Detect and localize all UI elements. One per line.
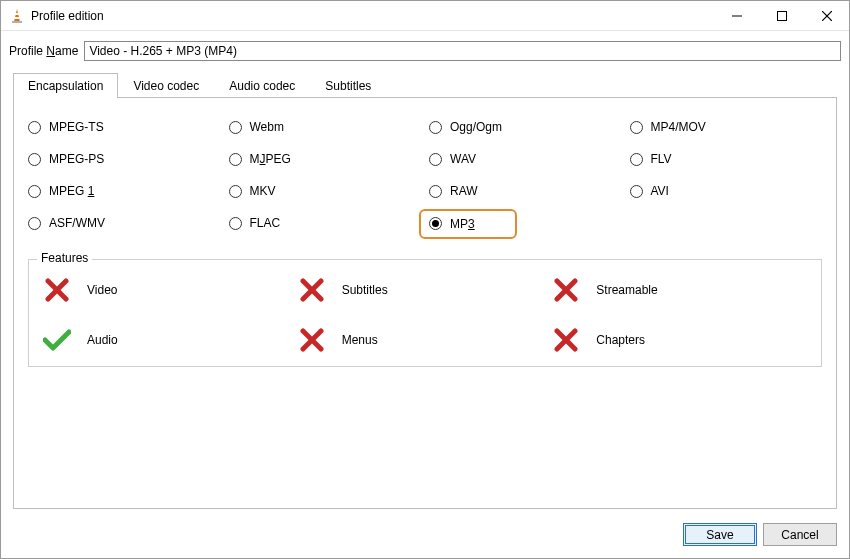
close-icon <box>822 11 832 21</box>
radio-indicator-icon <box>429 185 442 198</box>
radio-indicator-icon <box>630 185 643 198</box>
cancel-button[interactable]: Cancel <box>763 523 837 546</box>
radio-indicator-icon <box>229 121 242 134</box>
radio-label: MPEG-PS <box>49 152 104 166</box>
cross-icon <box>298 328 326 352</box>
tab-audio-codec[interactable]: Audio codec <box>214 73 310 98</box>
vlc-cone-icon <box>9 8 25 24</box>
profile-name-label: Profile Name <box>9 44 78 58</box>
radio-label: MJPEG <box>250 152 291 166</box>
svg-rect-1 <box>12 21 22 23</box>
cross-icon <box>552 328 580 352</box>
radio-indicator-icon <box>429 217 442 230</box>
radio-indicator-icon <box>28 217 41 230</box>
window-title: Profile edition <box>31 9 104 23</box>
minimize-button[interactable] <box>714 1 759 31</box>
radio-label: Ogg/Ogm <box>450 120 502 134</box>
svg-rect-2 <box>15 13 19 15</box>
titlebar: Profile edition <box>1 1 849 31</box>
tab-subtitles[interactable]: Subtitles <box>310 73 386 98</box>
radio-indicator-icon <box>429 153 442 166</box>
feature-label: Streamable <box>596 283 657 297</box>
encapsulation-radio-grid: MPEG-TSWebmOgg/OgmMP4/MOVMPEG-PSMJPEGWAV… <box>28 120 822 237</box>
maximize-icon <box>777 11 787 21</box>
feature-label: Chapters <box>596 333 645 347</box>
radio-indicator-icon <box>630 121 643 134</box>
radio-indicator-icon <box>229 153 242 166</box>
radio-indicator-icon <box>28 121 41 134</box>
minimize-icon <box>732 11 742 21</box>
feature-video: Video <box>43 278 298 302</box>
profile-name-input[interactable] <box>84 41 841 61</box>
cross-icon <box>43 278 71 302</box>
check-icon <box>43 328 71 352</box>
radio-label: MPEG 1 <box>49 184 94 198</box>
radio-webm[interactable]: Webm <box>229 120 422 134</box>
radio-mkv[interactable]: MKV <box>229 184 422 198</box>
radio-label: WAV <box>450 152 476 166</box>
radio-label: Webm <box>250 120 284 134</box>
dialog-buttons: Save Cancel <box>1 517 849 558</box>
radio-mpeg-1[interactable]: MPEG 1 <box>28 184 221 198</box>
svg-rect-5 <box>777 11 786 20</box>
cross-icon <box>552 278 580 302</box>
feature-menus: Menus <box>298 328 553 352</box>
radio-indicator-icon <box>28 153 41 166</box>
radio-mjpeg[interactable]: MJPEG <box>229 152 422 166</box>
radio-highlight: MP3 <box>419 209 517 239</box>
radio-wav[interactable]: WAV <box>429 152 622 166</box>
radio-indicator-icon <box>229 185 242 198</box>
maximize-button[interactable] <box>759 1 804 31</box>
save-button[interactable]: Save <box>683 523 757 546</box>
dialog-window: Profile edition Profile Name Encapsulati… <box>0 0 850 559</box>
radio-label: MP3 <box>450 217 475 231</box>
encapsulation-panel: MPEG-TSWebmOgg/OgmMP4/MOVMPEG-PSMJPEGWAV… <box>13 98 837 509</box>
feature-chapters: Chapters <box>552 328 807 352</box>
feature-label: Menus <box>342 333 378 347</box>
svg-rect-3 <box>14 17 19 19</box>
radio-mpeg-ps[interactable]: MPEG-PS <box>28 152 221 166</box>
profile-name-row: Profile Name <box>1 31 849 67</box>
radio-indicator-icon <box>630 153 643 166</box>
radio-mp4-mov[interactable]: MP4/MOV <box>630 120 823 134</box>
radio-indicator-icon <box>229 217 242 230</box>
radio-asf-wmv[interactable]: ASF/WMV <box>28 216 221 230</box>
close-button[interactable] <box>804 1 849 31</box>
tab-video-codec[interactable]: Video codec <box>118 73 214 98</box>
radio-label: RAW <box>450 184 478 198</box>
feature-label: Subtitles <box>342 283 388 297</box>
radio-label: AVI <box>651 184 669 198</box>
radio-avi[interactable]: AVI <box>630 184 823 198</box>
feature-audio: Audio <box>43 328 298 352</box>
feature-subtitles: Subtitles <box>298 278 553 302</box>
radio-flac[interactable]: FLAC <box>229 216 422 230</box>
radio-label: MP4/MOV <box>651 120 706 134</box>
radio-label: MPEG-TS <box>49 120 104 134</box>
feature-label: Audio <box>87 333 118 347</box>
tab-encapsulation[interactable]: Encapsulation <box>13 73 118 98</box>
radio-label: ASF/WMV <box>49 216 105 230</box>
radio-flv[interactable]: FLV <box>630 152 823 166</box>
radio-mpeg-ts[interactable]: MPEG-TS <box>28 120 221 134</box>
radio-indicator-icon <box>28 185 41 198</box>
radio-label: MKV <box>250 184 276 198</box>
tabstrip: EncapsulationVideo codecAudio codecSubti… <box>1 67 849 98</box>
radio-ogg-ogm[interactable]: Ogg/Ogm <box>429 120 622 134</box>
svg-marker-0 <box>14 9 20 22</box>
cross-icon <box>298 278 326 302</box>
radio-raw[interactable]: RAW <box>429 184 622 198</box>
radio-indicator-icon <box>429 121 442 134</box>
radio-mp3[interactable]: MP3 <box>429 217 475 231</box>
features-group: Features VideoSubtitlesStreamableAudioMe… <box>28 259 822 367</box>
feature-label: Video <box>87 283 117 297</box>
feature-streamable: Streamable <box>552 278 807 302</box>
features-legend: Features <box>37 251 92 265</box>
radio-label: FLV <box>651 152 672 166</box>
radio-label: FLAC <box>250 216 281 230</box>
